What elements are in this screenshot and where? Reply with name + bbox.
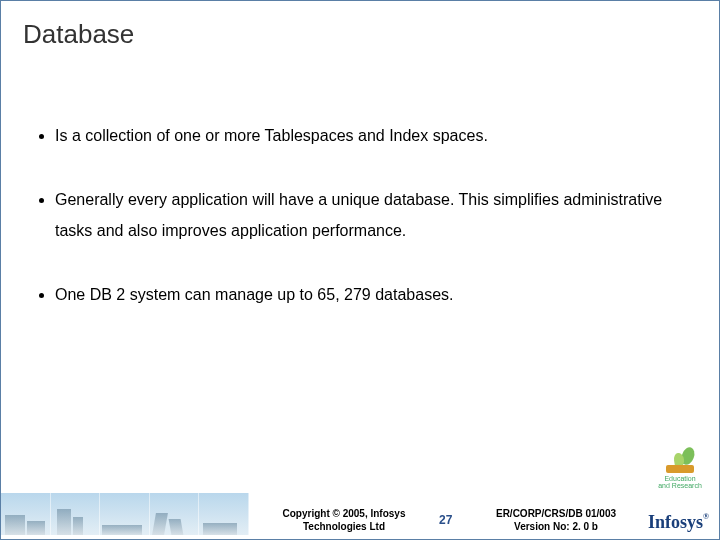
edu-line1: Education bbox=[664, 475, 695, 482]
ref-line2: Version No: 2. 0 b bbox=[514, 521, 598, 532]
copyright-text: Copyright © 2005, Infosys Technologies L… bbox=[259, 507, 429, 533]
reference-text: ER/CORP/CRS/DB 01/003 Version No: 2. 0 b bbox=[481, 507, 631, 533]
bullet-item: Is a collection of one or more Tablespac… bbox=[55, 121, 689, 151]
decorative-image-strip bbox=[1, 493, 249, 535]
education-research-logo: Education and Research bbox=[653, 447, 707, 489]
content-area: Is a collection of one or more Tablespac… bbox=[31, 121, 689, 345]
ref-line1: ER/CORP/CRS/DB 01/003 bbox=[496, 508, 616, 519]
bullet-item: Generally every application will have a … bbox=[55, 185, 689, 246]
edu-line2: and Research bbox=[658, 482, 702, 489]
bullet-item: One DB 2 system can manage up to 65, 279… bbox=[55, 280, 689, 310]
infosys-logo-text: Infosys bbox=[648, 512, 703, 532]
copyright-line2: Technologies Ltd bbox=[303, 521, 385, 532]
slide-title: Database bbox=[1, 1, 719, 50]
leaf-book-icon bbox=[660, 447, 700, 473]
copyright-line1: Copyright © 2005, Infosys bbox=[283, 508, 406, 519]
page-number: 27 bbox=[439, 513, 452, 527]
slide: Database Is a collection of one or more … bbox=[0, 0, 720, 540]
infosys-logo: Infosys® bbox=[648, 512, 709, 533]
bullet-list: Is a collection of one or more Tablespac… bbox=[31, 121, 689, 311]
footer: Copyright © 2005, Infosys Technologies L… bbox=[1, 483, 719, 539]
registered-mark: ® bbox=[703, 512, 709, 521]
